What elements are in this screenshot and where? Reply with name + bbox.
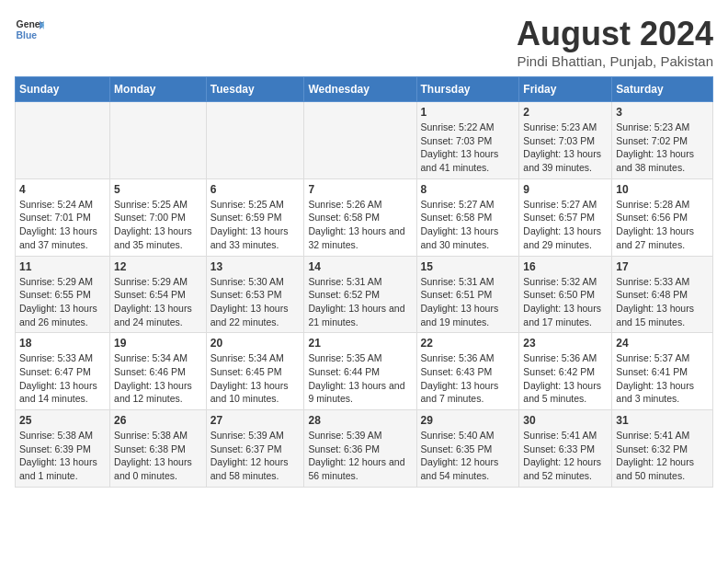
day-number: 24 (616, 337, 709, 350)
calendar-cell: 29Sunrise: 5:40 AM Sunset: 6:35 PM Dayli… (416, 410, 519, 488)
day-info: Sunrise: 5:38 AM Sunset: 6:38 PM Dayligh… (114, 429, 202, 483)
day-info: Sunrise: 5:24 AM Sunset: 7:01 PM Dayligh… (19, 198, 106, 252)
day-info: Sunrise: 5:28 AM Sunset: 6:56 PM Dayligh… (616, 198, 709, 252)
day-info: Sunrise: 5:26 AM Sunset: 6:58 PM Dayligh… (308, 198, 412, 252)
day-number: 30 (523, 414, 608, 427)
calendar-cell: 1Sunrise: 5:22 AM Sunset: 7:03 PM Daylig… (416, 102, 519, 179)
day-info: Sunrise: 5:39 AM Sunset: 6:37 PM Dayligh… (210, 429, 301, 483)
day-info: Sunrise: 5:25 AM Sunset: 7:00 PM Dayligh… (114, 198, 202, 252)
day-number: 6 (210, 183, 301, 196)
day-number: 18 (19, 337, 106, 350)
day-number: 22 (421, 337, 516, 350)
calendar-table: Sunday Monday Tuesday Wednesday Thursday… (15, 76, 713, 488)
calendar-cell: 22Sunrise: 5:36 AM Sunset: 6:43 PM Dayli… (416, 333, 519, 410)
calendar-cell: 17Sunrise: 5:33 AM Sunset: 6:48 PM Dayli… (612, 256, 713, 333)
calendar-cell (16, 102, 110, 179)
col-friday: Friday (519, 77, 612, 102)
day-number: 25 (19, 414, 106, 427)
calendar-cell: 13Sunrise: 5:30 AM Sunset: 6:53 PM Dayli… (206, 256, 304, 333)
day-info: Sunrise: 5:32 AM Sunset: 6:50 PM Dayligh… (523, 275, 608, 329)
calendar-cell: 26Sunrise: 5:38 AM Sunset: 6:38 PM Dayli… (110, 410, 207, 488)
day-info: Sunrise: 5:36 AM Sunset: 6:42 PM Dayligh… (523, 351, 608, 406)
day-info: Sunrise: 5:38 AM Sunset: 6:39 PM Dayligh… (19, 429, 106, 483)
day-info: Sunrise: 5:31 AM Sunset: 6:52 PM Dayligh… (308, 275, 412, 329)
calendar-cell: 16Sunrise: 5:32 AM Sunset: 6:50 PM Dayli… (519, 256, 612, 333)
calendar-cell: 25Sunrise: 5:38 AM Sunset: 6:39 PM Dayli… (16, 410, 110, 488)
calendar-cell (110, 102, 207, 179)
day-info: Sunrise: 5:29 AM Sunset: 6:55 PM Dayligh… (19, 275, 106, 329)
day-info: Sunrise: 5:27 AM Sunset: 6:58 PM Dayligh… (421, 198, 516, 252)
calendar-cell: 3Sunrise: 5:23 AM Sunset: 7:02 PM Daylig… (612, 102, 713, 179)
calendar-cell: 6Sunrise: 5:25 AM Sunset: 6:59 PM Daylig… (206, 178, 304, 256)
calendar-cell: 30Sunrise: 5:41 AM Sunset: 6:33 PM Dayli… (519, 410, 612, 488)
calendar-cell: 27Sunrise: 5:39 AM Sunset: 6:37 PM Dayli… (206, 410, 304, 488)
col-thursday: Thursday (416, 77, 519, 102)
col-monday: Monday (110, 77, 207, 102)
day-info: Sunrise: 5:29 AM Sunset: 6:54 PM Dayligh… (114, 275, 202, 329)
calendar-cell: 21Sunrise: 5:35 AM Sunset: 6:44 PM Dayli… (304, 333, 416, 410)
day-info: Sunrise: 5:30 AM Sunset: 6:53 PM Dayligh… (210, 275, 301, 329)
day-info: Sunrise: 5:23 AM Sunset: 7:02 PM Dayligh… (616, 121, 709, 175)
calendar-cell: 7Sunrise: 5:26 AM Sunset: 6:58 PM Daylig… (304, 178, 416, 256)
day-info: Sunrise: 5:41 AM Sunset: 6:32 PM Dayligh… (616, 429, 709, 483)
day-info: Sunrise: 5:33 AM Sunset: 6:47 PM Dayligh… (19, 351, 106, 406)
day-info: Sunrise: 5:36 AM Sunset: 6:43 PM Dayligh… (421, 351, 516, 406)
col-wednesday: Wednesday (304, 77, 416, 102)
calendar-cell: 4Sunrise: 5:24 AM Sunset: 7:01 PM Daylig… (16, 178, 110, 256)
day-info: Sunrise: 5:35 AM Sunset: 6:44 PM Dayligh… (308, 351, 412, 406)
calendar-cell: 15Sunrise: 5:31 AM Sunset: 6:51 PM Dayli… (416, 256, 519, 333)
logo-icon: General Blue (15, 15, 44, 44)
day-number: 21 (308, 337, 412, 350)
week-row: 25Sunrise: 5:38 AM Sunset: 6:39 PM Dayli… (16, 410, 713, 488)
svg-text:Blue: Blue (17, 30, 38, 40)
week-row: 11Sunrise: 5:29 AM Sunset: 6:55 PM Dayli… (16, 256, 713, 333)
col-saturday: Saturday (612, 77, 713, 102)
day-number: 14 (308, 260, 412, 273)
day-number: 16 (523, 260, 608, 273)
day-number: 19 (114, 337, 202, 350)
day-info: Sunrise: 5:41 AM Sunset: 6:33 PM Dayligh… (523, 429, 608, 483)
day-info: Sunrise: 5:31 AM Sunset: 6:51 PM Dayligh… (421, 275, 516, 329)
calendar-cell: 14Sunrise: 5:31 AM Sunset: 6:52 PM Dayli… (304, 256, 416, 333)
day-number: 2 (523, 106, 608, 119)
day-info: Sunrise: 5:27 AM Sunset: 6:57 PM Dayligh… (523, 198, 608, 252)
day-number: 13 (210, 260, 301, 273)
logo: General Blue (15, 15, 44, 44)
day-number: 31 (616, 414, 709, 427)
day-number: 15 (421, 260, 516, 273)
calendar-cell: 11Sunrise: 5:29 AM Sunset: 6:55 PM Dayli… (16, 256, 110, 333)
day-info: Sunrise: 5:37 AM Sunset: 6:41 PM Dayligh… (616, 351, 709, 406)
day-info: Sunrise: 5:34 AM Sunset: 6:46 PM Dayligh… (114, 351, 202, 406)
main-title: August 2024 (517, 15, 713, 53)
week-row: 18Sunrise: 5:33 AM Sunset: 6:47 PM Dayli… (16, 333, 713, 410)
day-info: Sunrise: 5:40 AM Sunset: 6:35 PM Dayligh… (421, 429, 516, 483)
day-info: Sunrise: 5:23 AM Sunset: 7:03 PM Dayligh… (523, 121, 608, 175)
day-info: Sunrise: 5:25 AM Sunset: 6:59 PM Dayligh… (210, 198, 301, 252)
subtitle: Pindi Bhattian, Punjab, Pakistan (517, 53, 713, 69)
calendar-cell: 19Sunrise: 5:34 AM Sunset: 6:46 PM Dayli… (110, 333, 207, 410)
calendar-cell: 10Sunrise: 5:28 AM Sunset: 6:56 PM Dayli… (612, 178, 713, 256)
week-row: 1Sunrise: 5:22 AM Sunset: 7:03 PM Daylig… (16, 102, 713, 179)
day-number: 8 (421, 183, 516, 196)
day-number: 20 (210, 337, 301, 350)
calendar-cell (206, 102, 304, 179)
day-info: Sunrise: 5:39 AM Sunset: 6:36 PM Dayligh… (308, 429, 412, 483)
day-info: Sunrise: 5:34 AM Sunset: 6:45 PM Dayligh… (210, 351, 301, 406)
calendar-cell: 20Sunrise: 5:34 AM Sunset: 6:45 PM Dayli… (206, 333, 304, 410)
calendar-cell: 18Sunrise: 5:33 AM Sunset: 6:47 PM Dayli… (16, 333, 110, 410)
day-number: 3 (616, 106, 709, 119)
calendar-header: Sunday Monday Tuesday Wednesday Thursday… (16, 77, 713, 102)
title-block: August 2024 Pindi Bhattian, Punjab, Paki… (517, 15, 713, 69)
calendar-body: 1Sunrise: 5:22 AM Sunset: 7:03 PM Daylig… (16, 102, 713, 488)
page-header: General Blue August 2024 Pindi Bhattian,… (15, 15, 713, 69)
calendar-cell: 2Sunrise: 5:23 AM Sunset: 7:03 PM Daylig… (519, 102, 612, 179)
day-number: 29 (421, 414, 516, 427)
day-number: 27 (210, 414, 301, 427)
day-number: 23 (523, 337, 608, 350)
calendar-cell: 28Sunrise: 5:39 AM Sunset: 6:36 PM Dayli… (304, 410, 416, 488)
day-number: 9 (523, 183, 608, 196)
header-row: Sunday Monday Tuesday Wednesday Thursday… (16, 77, 713, 102)
col-sunday: Sunday (16, 77, 110, 102)
day-info: Sunrise: 5:22 AM Sunset: 7:03 PM Dayligh… (421, 121, 516, 175)
day-number: 4 (19, 183, 106, 196)
